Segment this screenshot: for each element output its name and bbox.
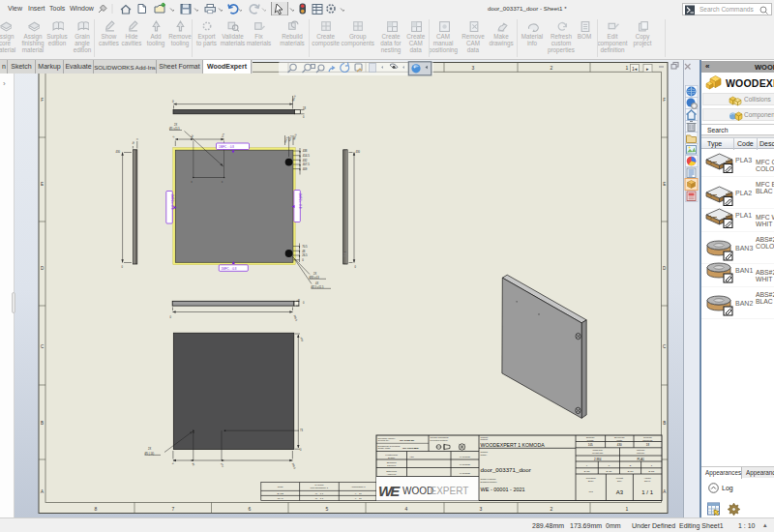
svg-text:Ø2.5 ∇11.5: Ø2.5 ∇11.5 [312, 285, 324, 289]
svg-text:Code: Code [278, 486, 283, 488]
svg-text:8: 8 [95, 506, 98, 512]
svg-text:BAN1: BAN1 [607, 470, 612, 472]
svg-text:ISO 2768-mK: ISO 2768-mK [400, 439, 415, 442]
svg-text:Szerokość/: Szerokość/ [614, 436, 625, 438]
svg-text:2X: 2X [148, 447, 151, 451]
svg-text:Ø5 ∇11.5: Ø5 ∇11.5 [169, 127, 180, 131]
svg-text:Podziałka/: Podziałka/ [586, 477, 596, 479]
svg-text:1: 1 [626, 506, 629, 512]
svg-text:6: 6 [249, 506, 252, 512]
svg-text:Approved:: Approved: [387, 473, 397, 475]
svg-text:E: E [663, 182, 666, 187]
svg-text:Appearance 1: Appearance 1 [351, 486, 367, 488]
svg-text:BAN2: BAN2 [648, 470, 654, 472]
svg-text:Width:: Width: [616, 439, 623, 441]
svg-text:WE - 00001 - 2021: WE - 00001 - 2021 [481, 487, 525, 492]
svg-text:Konstruował/: Konstruował/ [385, 454, 398, 456]
svg-text:B: B [663, 421, 666, 426]
svg-text:Size:: Size: [617, 480, 622, 482]
svg-text:Drawing number:: Drawing number: [481, 481, 498, 483]
svg-text:V = 10: V = 10 [355, 492, 363, 495]
svg-text:18: 18 [646, 443, 650, 447]
svg-text:W = 1 1: W = 1 1 [315, 492, 324, 495]
svg-text:04.05.2021: 04.05.2021 [460, 456, 471, 458]
svg-text:General tol.:: General tol.: [378, 439, 390, 441]
svg-text:Project:: Project: [481, 438, 489, 440]
svg-text:1MFC □ 0.8: 1MFC □ 0.8 [219, 145, 234, 149]
svg-text:E: E [41, 182, 44, 187]
svg-text:409: 409 [303, 167, 308, 171]
svg-text:PLA1: PLA1 [638, 458, 645, 461]
svg-text:B: B [41, 421, 44, 426]
svg-text:PLA1: PLA1 [278, 497, 284, 500]
svg-text:Ø35 ∇13: Ø35 ∇13 [310, 276, 320, 280]
svg-text:1: 1 [626, 65, 629, 71]
svg-text:---: --- [588, 489, 593, 494]
svg-text:BAN2: BAN2 [278, 492, 284, 495]
svg-text:Nazwa/: Nazwa/ [481, 451, 489, 453]
svg-text:105: 105 [588, 443, 593, 447]
svg-text:438: 438 [303, 149, 308, 153]
svg-text:Materiał/: Materiał/ [637, 449, 645, 451]
svg-text:Sheet:: Sheet: [644, 480, 651, 482]
svg-text:414.5: 414.5 [303, 154, 310, 158]
svg-text:5: 5 [326, 506, 329, 512]
svg-text:V = 10: V = 10 [355, 497, 363, 500]
svg-text:Grubość/: Grubość/ [643, 436, 652, 438]
svg-text:EXPERT: EXPERT [431, 486, 469, 496]
svg-text:Dokładność wykonania/: Dokładność wykonania/ [378, 445, 401, 447]
svg-text:3: 3 [472, 65, 475, 71]
svg-text:2: 2 [551, 506, 553, 512]
svg-text:W = 1 1: W = 1 1 [315, 497, 324, 500]
svg-text:Długość/: Długość/ [586, 436, 595, 438]
svg-text:1MFC □ 0.8: 1MFC □ 0.8 [170, 194, 174, 210]
svg-text:1 / 1: 1 / 1 [641, 489, 653, 495]
svg-text:Checked:: Checked: [387, 464, 397, 466]
svg-text:Thickness:: Thickness: [642, 439, 653, 441]
svg-text:F: F [41, 98, 44, 103]
svg-text:Weight [kg]:: Weight [kg]: [592, 452, 604, 454]
svg-text:04.05.2021: 04.05.2021 [460, 472, 471, 474]
svg-text:Projekt/: Projekt/ [481, 436, 489, 438]
svg-text:Quality class:: Quality class: [378, 447, 391, 449]
svg-text:BAN1: BAN1 [584, 470, 590, 472]
svg-text:Arkusz/: Arkusz/ [644, 477, 652, 479]
svg-text:2X: 2X [174, 123, 177, 127]
svg-text:4: 4 [405, 506, 408, 512]
svg-text:2X: 2X [313, 272, 316, 276]
svg-text:Numer rysunku/: Numer rysunku/ [481, 478, 497, 480]
svg-text:Ø5 (-14): Ø5 (-14) [145, 452, 155, 456]
svg-text:WOOD: WOOD [402, 486, 433, 496]
svg-text:Design:: Design: [388, 457, 396, 458]
svg-text:A: A [41, 489, 44, 494]
svg-text:430: 430 [356, 150, 361, 154]
svg-text:430: 430 [617, 443, 622, 447]
svg-text:Sprawdził/: Sprawdził/ [387, 461, 397, 463]
svg-text:1MFC □ 0.8: 1MFC □ 0.8 [222, 267, 237, 271]
svg-text:26.5: 26.5 [302, 253, 308, 257]
svg-text:A3: A3 [616, 489, 624, 495]
svg-text:1MFC □ 0.8: 1MFC □ 0.8 [298, 193, 302, 209]
svg-text:7: 7 [172, 506, 175, 512]
svg-text:432: 432 [303, 159, 308, 163]
svg-text:48: 48 [302, 250, 306, 253]
svg-text:F: F [663, 98, 666, 103]
svg-text:Zatwierdził/: Zatwierdził/ [386, 470, 397, 472]
svg-text:4X: 4X [315, 281, 318, 285]
svg-text:pozycjonowany 1: pozycjonowany 1 [311, 487, 329, 489]
svg-text:A: A [663, 489, 666, 494]
svg-text:1◂: 1◂ [632, 66, 638, 72]
svg-text:04.05.2021: 04.05.2021 [460, 463, 471, 465]
svg-text:ISO 9013-282F: ISO 9013-282F [402, 447, 420, 450]
svg-text:Artur: Artur [409, 456, 414, 458]
svg-text:Metoda rzutowania/: Metoda rzutowania/ [431, 436, 449, 438]
svg-text:BAN1: BAN1 [628, 470, 634, 472]
svg-text:Projection method:: Projection method: [431, 439, 449, 441]
svg-text:407.5: 407.5 [303, 163, 310, 166]
svg-text:WE: WE [378, 483, 401, 499]
svg-text:Material:: Material: [637, 452, 645, 454]
svg-text:Tolerancje ogólne/: Tolerancje ogólne/ [378, 437, 396, 439]
svg-text:Scale:: Scale: [588, 480, 594, 482]
svg-text:WOODEXPERT 1 KOMODA: WOODEXPERT 1 KOMODA [481, 442, 546, 448]
svg-text:70.5: 70.5 [302, 245, 308, 249]
